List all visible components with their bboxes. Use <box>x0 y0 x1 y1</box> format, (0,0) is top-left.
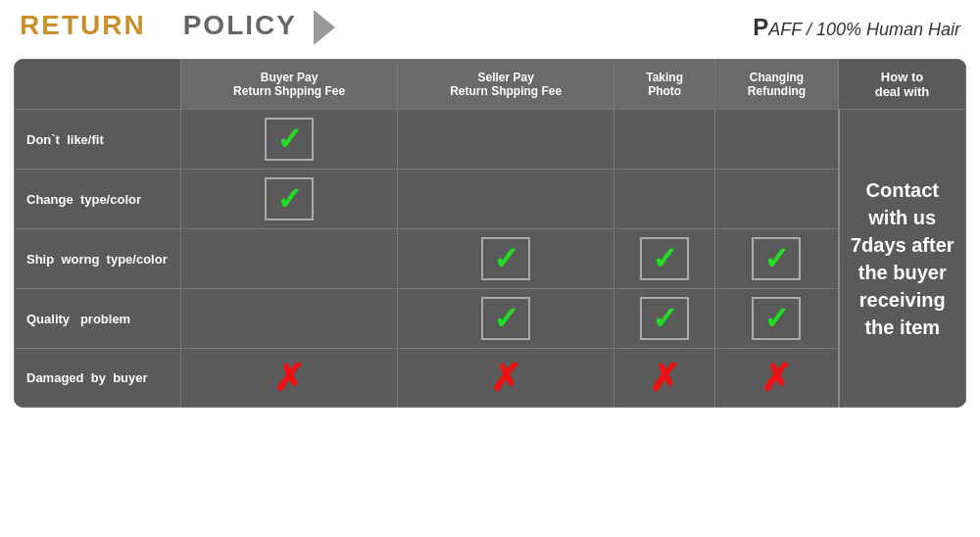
brand-rest: AFF / 100% Human Hair <box>768 20 960 39</box>
check-icon: ✓ <box>752 237 801 280</box>
title-policy: POLICY <box>183 10 297 40</box>
check-icon: ✓ <box>640 297 689 340</box>
table-row: Quality problem ✓ ✓ ✓ <box>15 289 966 349</box>
table-row: Damaged by buyer ✗ ✗ ✗ ✗ <box>15 349 966 408</box>
row-label-damaged-buyer: Damaged by buyer <box>15 349 181 408</box>
cell-ship-wrong-seller-pay: ✓ <box>398 229 614 289</box>
check-icon: ✓ <box>265 177 314 220</box>
cell-damaged-seller-pay: ✗ <box>398 349 614 408</box>
table-row: Change type/color ✓ <box>15 170 966 229</box>
table-row: Don`t like/fit ✓ Contact with us 7days a… <box>15 110 966 170</box>
row-label-quality-problem: Quality problem <box>15 289 181 349</box>
row-label-change-type: Change type/color <box>15 170 181 229</box>
cell-quality-changing-refund: ✓ <box>715 289 839 349</box>
cell-damaged-buyer-pay: ✗ <box>181 349 398 408</box>
col-header-label <box>15 60 181 110</box>
col-header-seller-pay: Seller PayReturn Shpping Fee <box>398 60 614 110</box>
cell-ship-wrong-buyer-pay <box>181 229 398 289</box>
header-brand: PAFF / 100% Human Hair <box>753 14 960 41</box>
page-wrapper: RETURN POLICY PAFF / 100% Human Hair Buy… <box>0 0 980 537</box>
header: RETURN POLICY PAFF / 100% Human Hair <box>0 0 980 53</box>
x-icon: ✗ <box>490 358 521 399</box>
checkmark: ✓ <box>493 243 519 274</box>
policy-table: Buyer PayReturn Shpping Fee Seller PayRe… <box>14 59 966 408</box>
cell-change-type-buyer-pay: ✓ <box>181 170 398 229</box>
how-to-cell: Contact with us 7days after the buyer re… <box>839 110 966 408</box>
cell-quality-taking-photo: ✓ <box>614 289 715 349</box>
check-icon: ✓ <box>752 297 801 340</box>
table-row: Ship worng type/color ✓ ✓ <box>15 229 966 289</box>
check-icon: ✓ <box>640 237 689 280</box>
header-title: RETURN POLICY <box>20 10 335 45</box>
cell-dont-like-taking-photo <box>614 110 715 170</box>
table-header-row: Buyer PayReturn Shpping Fee Seller PayRe… <box>15 60 966 110</box>
cell-ship-wrong-taking-photo: ✓ <box>614 229 715 289</box>
check-icon: ✓ <box>481 297 530 340</box>
check-icon: ✓ <box>265 118 314 161</box>
how-to-text: Contact with us 7days after the buyer re… <box>851 179 955 338</box>
cell-change-type-changing-refund <box>715 170 839 229</box>
x-icon: ✗ <box>273 358 305 399</box>
col-header-changing-refund: ChangingRefunding <box>715 60 839 110</box>
cell-change-type-taking-photo <box>614 170 715 229</box>
col-header-taking-photo: TakingPhoto <box>614 60 715 110</box>
title-arrow-icon <box>314 10 335 45</box>
cell-damaged-changing-refund: ✗ <box>715 349 839 408</box>
row-label-dont-like: Don`t like/fit <box>15 110 181 170</box>
cell-dont-like-changing-refund <box>715 110 839 170</box>
table-container: Buyer PayReturn Shpping Fee Seller PayRe… <box>14 59 966 408</box>
checkmark: ✓ <box>276 123 303 155</box>
checkmark: ✓ <box>652 243 678 274</box>
col-header-how-to: How todeal with <box>839 60 966 110</box>
checkmark: ✓ <box>493 303 519 334</box>
col-header-buyer-pay: Buyer PayReturn Shpping Fee <box>181 60 398 110</box>
cell-ship-wrong-changing-refund: ✓ <box>715 229 839 289</box>
cell-dont-like-buyer-pay: ✓ <box>181 110 398 170</box>
cell-damaged-taking-photo: ✗ <box>614 349 715 408</box>
cell-quality-buyer-pay <box>181 289 398 349</box>
checkmark: ✓ <box>276 183 303 215</box>
brand-p: P <box>753 14 768 40</box>
checkmark: ✓ <box>763 243 790 274</box>
x-icon: ✗ <box>760 358 792 399</box>
cell-dont-like-seller-pay <box>398 110 614 170</box>
cell-change-type-seller-pay <box>398 170 614 229</box>
x-icon: ✗ <box>649 358 680 399</box>
cell-quality-seller-pay: ✓ <box>398 289 614 349</box>
checkmark: ✓ <box>763 303 790 334</box>
title-space <box>161 21 167 37</box>
row-label-ship-wrong: Ship worng type/color <box>15 229 181 289</box>
checkmark: ✓ <box>652 303 678 334</box>
check-icon: ✓ <box>481 237 530 280</box>
title-return: RETURN <box>20 10 146 40</box>
